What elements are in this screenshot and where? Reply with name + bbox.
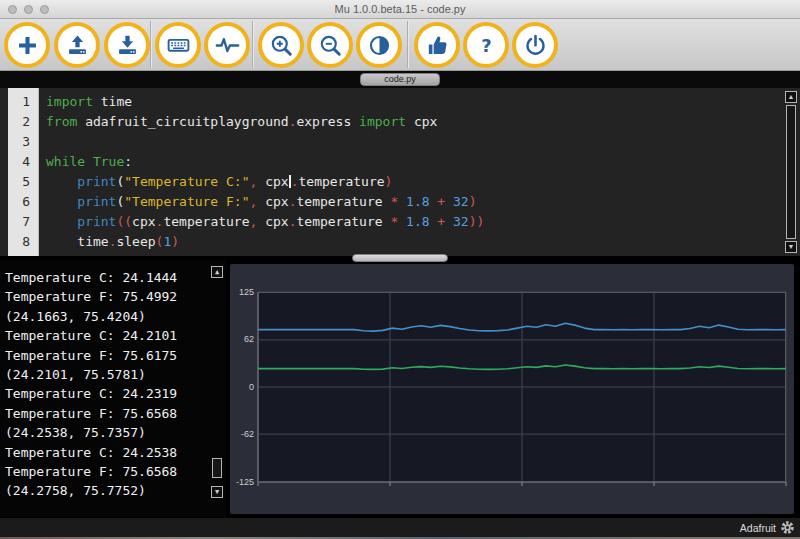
toolbar: ?: [0, 19, 800, 71]
code-editor[interactable]: 1import time2from adafruit_circuitplaygr…: [0, 88, 800, 256]
code-line: 6 print("Temperature F:", cpx.temperatur…: [8, 192, 782, 212]
code-line: 3: [8, 132, 782, 152]
zoom-out-icon: [317, 32, 344, 59]
line-number: 8: [8, 232, 38, 252]
code-line: 2from adafruit_circuitplayground.express…: [8, 112, 782, 132]
bottom-panes: Temperature C: 24.1444Temperature F: 75.…: [0, 256, 800, 518]
quit-button[interactable]: [512, 22, 558, 68]
console-scroll-down-button[interactable]: ▼: [211, 486, 223, 498]
line-number: 2: [8, 112, 38, 132]
load-button[interactable]: [54, 22, 100, 68]
console-line: Temperature F: 75.6568: [5, 404, 177, 423]
check-button[interactable]: [414, 22, 460, 68]
console-line: Temperature F: 75.6568: [5, 462, 177, 481]
mu-editor-window: Mu 1.0.0.beta.15 - code.py ? code.py 1im…: [0, 0, 800, 539]
adafruit-mode-label: Adafruit: [740, 522, 776, 534]
line-number: 3: [8, 132, 38, 152]
editor-scrollbar-thumb[interactable]: [786, 105, 796, 239]
console-scroll-up-button[interactable]: ▲: [211, 266, 223, 278]
zoom-in-icon: [268, 32, 295, 59]
console-line: (24.2538, 75.7357): [5, 423, 177, 442]
y-axis-label: 125: [230, 287, 254, 297]
wave-icon: [214, 32, 241, 59]
console-line: Temperature C: 24.2101: [5, 326, 177, 345]
tab-code-py[interactable]: code.py: [360, 73, 440, 86]
repl-button[interactable]: [155, 22, 201, 68]
console-line: Temperature C: 24.2319: [5, 384, 177, 403]
code-area: 1import time2from adafruit_circuitplaygr…: [8, 92, 782, 252]
plus-icon: [14, 32, 41, 59]
console-output: Temperature C: 24.1444Temperature F: 75.…: [5, 268, 177, 501]
status-bar: Adafruit: [0, 518, 800, 537]
question-icon: ?: [473, 32, 500, 59]
line-number: 4: [8, 152, 38, 172]
zoom-out-button[interactable]: [307, 22, 353, 68]
help-button[interactable]: ?: [463, 22, 509, 68]
contrast-icon: [366, 32, 393, 59]
theme-button[interactable]: [356, 22, 402, 68]
line-number: 1: [8, 92, 38, 112]
line-number: 5: [8, 172, 38, 192]
window-title: Mu 1.0.0.beta.15 - code.py: [0, 3, 800, 15]
plot-svg: [258, 292, 786, 488]
plotter-pane: 125620-62-125: [230, 264, 794, 514]
keyboard-icon: [165, 32, 192, 59]
console-line: Temperature F: 75.6175: [5, 346, 177, 365]
console-line: (24.1663, 75.4204): [5, 307, 177, 326]
toolbar-separator: [252, 21, 253, 68]
tab-bar: code.py: [0, 71, 800, 88]
toolbar-separator: [150, 21, 151, 68]
new-button[interactable]: [4, 22, 50, 68]
upload-icon: [64, 32, 91, 59]
y-axis-label: 62: [230, 334, 254, 344]
thumbs-up-icon: [424, 32, 451, 59]
zoom-in-button[interactable]: [258, 22, 304, 68]
title-bar: Mu 1.0.0.beta.15 - code.py: [0, 0, 800, 19]
y-axis-label: 0: [230, 382, 254, 392]
console-line: Temperature C: 24.2538: [5, 443, 177, 462]
code-line: 7 print((cpx.temperature, cpx.temperatur…: [8, 212, 782, 232]
plot-chart: [258, 292, 786, 482]
line-number: 7: [8, 212, 38, 232]
code-line: 4while True:: [8, 152, 782, 172]
toolbar-separator: [407, 21, 408, 68]
splitter-handle[interactable]: [352, 254, 448, 262]
code-line: 1import time: [8, 92, 782, 112]
console-scrollbar-thumb[interactable]: [212, 458, 222, 478]
code-line: 5 print("Temperature C:", cpx.temperatur…: [8, 172, 782, 192]
console-line: Temperature C: 24.1444: [5, 268, 177, 287]
console-line: (24.2101, 75.5781): [5, 365, 177, 384]
y-axis-label: -62: [230, 429, 254, 439]
code-line: 8 time.sleep(1): [8, 232, 782, 252]
line-number: 6: [8, 192, 38, 212]
download-icon: [114, 32, 141, 59]
y-axis-label: -125: [230, 477, 254, 487]
power-icon: [522, 32, 549, 59]
gear-icon[interactable]: [780, 520, 795, 535]
serial-console[interactable]: Temperature C: 24.1444Temperature F: 75.…: [0, 260, 226, 518]
plotter-button[interactable]: [204, 22, 250, 68]
console-line: (24.2758, 75.7752): [5, 481, 177, 500]
save-button[interactable]: [104, 22, 150, 68]
editor-scroll-up-button[interactable]: ▲: [785, 91, 797, 103]
editor-scroll-down-button[interactable]: ▼: [785, 241, 797, 253]
svg-text:?: ?: [481, 34, 491, 55]
console-line: Temperature F: 75.4992: [5, 287, 177, 306]
